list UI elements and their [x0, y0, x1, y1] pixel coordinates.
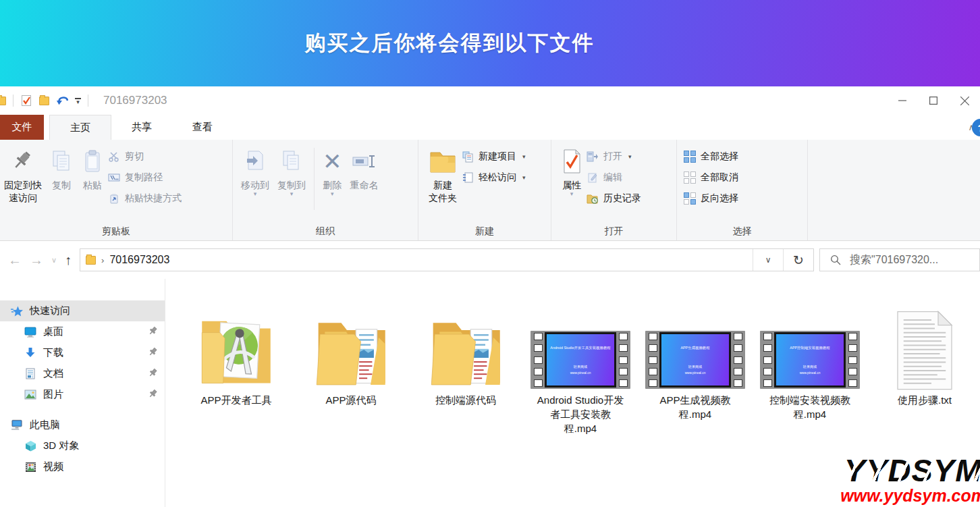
search-icon [829, 254, 842, 266]
sidebar-item-pictures[interactable]: 图片 [0, 384, 165, 405]
file-item-video[interactable]: APP控制端安装视频教程 轻果商城 www.pineal.cn 控制端安装视频教… [759, 295, 861, 421]
copy-path-button[interactable]: 复制路径 [108, 170, 182, 185]
new-folder-button[interactable]: 新建 文件夹 [424, 145, 462, 206]
tab-share[interactable]: 共享 [111, 115, 172, 140]
nav-buttons: ← → ∨ ↑ [0, 252, 72, 268]
select-none-button[interactable]: 全部取消 [684, 170, 738, 185]
file-item-text[interactable]: 使用步骤.txt [874, 295, 975, 407]
this-pc-icon [11, 419, 23, 431]
address-bar-row: ← → ∨ ↑ › 7016973203 ∨ ↻ [0, 241, 980, 279]
open-button[interactable]: 打开 ▾ [587, 149, 641, 164]
open-small-buttons: 打开 ▾ 编辑 历史记录 [587, 145, 641, 206]
properties-quick-icon[interactable] [20, 95, 32, 107]
banner-title: 购买之后你将会得到以下文件 [305, 29, 676, 57]
paste-button[interactable]: 粘贴 [77, 145, 108, 193]
video-thumb-line: 轻果商城 [667, 365, 724, 370]
video-thumb-title: APP控制端安装视频教程 [780, 345, 840, 350]
caret-down-icon: ▾ [628, 153, 632, 160]
cut-button[interactable]: 剪切 [108, 149, 182, 164]
button-label: 固定到快 速访问 [4, 179, 42, 205]
sidebar-item-label: 3D 对象 [43, 439, 79, 452]
tab-home[interactable]: 主页 [49, 115, 111, 140]
edit-icon [587, 171, 599, 184]
file-item-folder-android[interactable]: APP开发者工具 [186, 295, 287, 407]
paste-shortcut-icon [108, 192, 120, 205]
copy-to-button[interactable]: 复制到 ▾ [273, 145, 310, 198]
undo-icon[interactable] [56, 95, 68, 107]
sidebar-item-downloads[interactable]: 下载 [0, 342, 165, 363]
video-thumb-line: www.pineal.cn [783, 371, 837, 375]
pin-to-quick-access-button[interactable]: 固定到快 速访问 [0, 145, 46, 206]
history-button[interactable]: 历史记录 [587, 191, 641, 206]
address-dropdown-button[interactable]: ∨ [753, 249, 783, 271]
group-label-select: 选择 [677, 225, 807, 238]
desktop-icon [24, 326, 36, 338]
watermark: YYDSYM www.yydsym.com [840, 454, 980, 504]
button-label: 全部取消 [701, 171, 738, 184]
video-thumbnail: APP控制端安装视频教程 轻果商城 www.pineal.cn [760, 295, 860, 391]
file-tiles: APP开发者工具 [186, 295, 980, 435]
sidebar-item-documents[interactable]: 文档 [0, 363, 165, 384]
breadcrumb-path[interactable]: 7016973203 [109, 254, 169, 266]
ribbon-group-select: 全部选择 全部取消 反向选择 选择 [677, 140, 808, 240]
file-name: Android Studio开发者工具安装教程.mp4 [535, 393, 626, 435]
caret-down-icon: ▾ [522, 174, 526, 181]
properties-button[interactable]: 属性 ▾ [557, 145, 587, 198]
invert-selection-button[interactable]: 反向选择 [684, 191, 738, 206]
sidebar-item-videos[interactable]: 视频 [0, 456, 165, 477]
back-button[interactable]: ← [8, 252, 22, 268]
ribbon: 固定到快 速访问 复制 粘贴 剪切 [0, 140, 980, 241]
qat-customize-caret[interactable]: ▾ [75, 98, 81, 103]
minimize-button[interactable] [887, 86, 918, 115]
select-small-buttons: 全部选择 全部取消 反向选择 [684, 145, 738, 206]
delete-button[interactable]: ✕ 删除 ▾ [319, 145, 346, 198]
search-box[interactable] [819, 248, 980, 271]
move-to-icon [243, 146, 267, 176]
ribbon-empty-area [808, 140, 980, 240]
folder-with-documents-icon [427, 295, 505, 391]
paste-shortcut-button[interactable]: 粘贴快捷方式 [108, 191, 182, 206]
button-label: 重命名 [350, 179, 379, 192]
easy-access-button[interactable]: 轻松访问 ▾ [462, 170, 526, 185]
new-folder-quick-icon[interactable] [39, 97, 49, 105]
cut-icon [108, 151, 120, 163]
sidebar-item-label: 快速访问 [30, 304, 70, 317]
breadcrumb[interactable]: › 7016973203 [80, 249, 753, 271]
file-name: APP生成视频教程.mp4 [650, 393, 740, 421]
recent-locations-caret[interactable]: ∨ [51, 256, 57, 265]
file-item-folder-doc[interactable]: APP源代码 [300, 295, 402, 407]
tab-view[interactable]: 查看 [172, 115, 233, 140]
caret-down-icon: ▾ [331, 192, 334, 196]
maximize-button[interactable] [918, 86, 949, 115]
move-to-button[interactable]: 移动到 ▾ [237, 145, 273, 198]
document-icon [24, 368, 36, 380]
file-item-folder-doc[interactable]: 控制端源代码 [415, 295, 516, 407]
sidebar-item-desktop[interactable]: 桌面 [0, 321, 165, 342]
sidebar-item-quick-access[interactable]: 快速访问 [0, 300, 165, 321]
new-item-button[interactable]: 新建项目 ▾ [462, 149, 526, 164]
address-bar[interactable]: › 7016973203 ∨ ↻ [80, 248, 814, 271]
close-button[interactable] [949, 86, 980, 115]
search-input[interactable] [848, 253, 973, 267]
pictures-icon [24, 389, 36, 401]
file-item-video[interactable]: Android Studio开发工具安装视频教程 轻果商城 www.pineal… [530, 295, 631, 435]
ribbon-group-new: 新建 文件夹 新建项目 ▾ 轻松访问 ▾ 新建 [418, 140, 551, 240]
sidebar-item-3d-objects[interactable]: 3D 对象 [0, 435, 165, 456]
edit-button[interactable]: 编辑 [587, 170, 641, 185]
file-name: 控制端源代码 [435, 393, 496, 407]
file-item-video[interactable]: APP生成视频教程 轻果商城 www.pineal.cn APP生成视频教程.m… [645, 295, 746, 421]
sidebar-item-this-pc[interactable]: 此电脑 [0, 415, 165, 435]
pin-icon [148, 389, 158, 401]
tab-file[interactable]: 文件 [0, 115, 44, 140]
sidebar-item-label: 下载 [43, 346, 63, 359]
select-all-button[interactable]: 全部选择 [684, 149, 738, 164]
up-button[interactable]: ↑ [65, 252, 72, 268]
forward-button[interactable]: → [30, 252, 43, 268]
copy-button[interactable]: 复制 [46, 145, 77, 193]
divider [88, 95, 88, 107]
caret-down-icon: ▾ [290, 192, 294, 196]
refresh-button[interactable]: ↻ [783, 249, 813, 271]
properties-icon [561, 146, 582, 176]
folder-with-documents-icon [312, 295, 390, 391]
rename-button[interactable]: 重命名 [346, 145, 383, 193]
